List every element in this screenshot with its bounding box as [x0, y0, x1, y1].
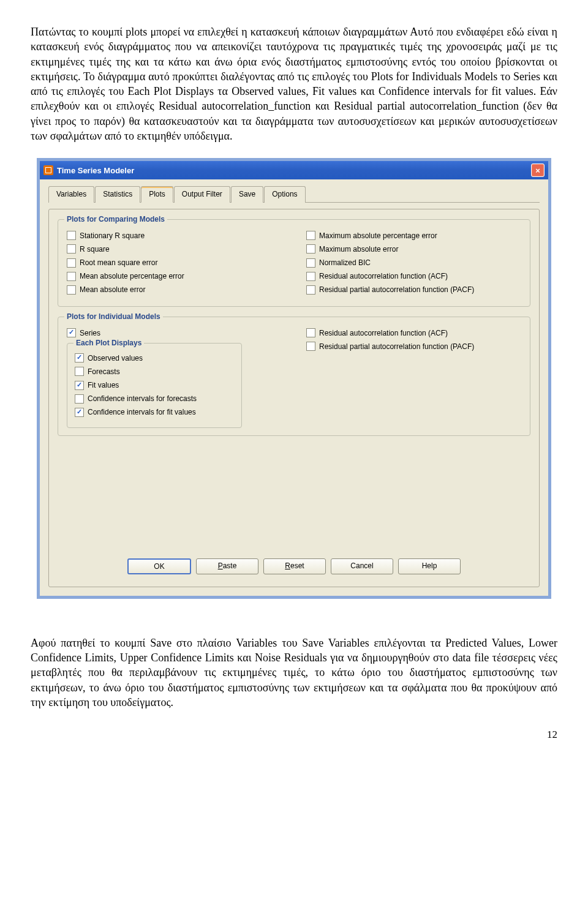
paragraph-2: Αφού πατηθεί το κουμπί Save στο πλαίσιο …: [31, 636, 557, 710]
group-individual-models: Plots for Individual Models Series Each …: [58, 317, 530, 436]
help-button[interactable]: Help: [398, 558, 461, 574]
dialog-titlebar: Time Series Modeler ×: [40, 161, 548, 179]
lbl-ind-pacf: Residual partial autocorrelation functio…: [319, 342, 474, 351]
tab-variables[interactable]: Variables: [48, 186, 94, 202]
lbl-ind-acf: Residual autocorrelation function (ACF): [319, 328, 448, 338]
page-number: 12: [31, 728, 557, 742]
chk-fit[interactable]: [75, 381, 84, 390]
ok-button[interactable]: OK: [127, 558, 191, 574]
lbl-max-ape: Maximum absolute percentage error: [319, 231, 437, 241]
chk-observed[interactable]: [75, 353, 84, 362]
lbl-nbic: Normalized BIC: [319, 258, 371, 268]
close-button[interactable]: ×: [531, 163, 545, 177]
dialog-title-icon: [43, 165, 53, 175]
lbl-series: Series: [80, 328, 100, 338]
close-icon: ×: [535, 165, 540, 176]
chk-ci-forecast[interactable]: [75, 394, 84, 404]
chk-stationary-r[interactable]: [67, 231, 76, 240]
reset-button[interactable]: Reset: [263, 558, 326, 574]
tabs-bar: Variables Statistics Plots Output Filter…: [48, 186, 540, 202]
lbl-forecasts: Forecasts: [88, 367, 120, 377]
chk-ci-fit[interactable]: [75, 408, 84, 417]
chk-mae[interactable]: [67, 285, 76, 295]
lbl-mape: Mean absolute percentage error: [80, 271, 184, 281]
lbl-cmp-acf: Residual autocorrelation function (ACF): [319, 271, 448, 281]
chk-max-ae[interactable]: [306, 244, 315, 254]
screenshot-dialog-container: Time Series Modeler × Variables Statisti…: [37, 158, 551, 598]
tab-options[interactable]: Options: [264, 186, 305, 202]
chk-max-ape[interactable]: [306, 231, 315, 240]
chk-ind-pacf[interactable]: [306, 342, 315, 351]
group-title-individual: Plots for Individual Models: [64, 312, 163, 321]
paragraph-1: Πατώντας το κουμπί plots μπορεί να επιλε…: [31, 24, 557, 143]
dialog-title: Time Series Modeler: [57, 165, 134, 176]
cancel-button[interactable]: Cancel: [331, 558, 393, 574]
subgroup-title: Each Plot Displays: [74, 338, 144, 348]
group-comparing-models: Plots for Comparing Models Stationary R …: [58, 219, 530, 307]
tab-output-filter[interactable]: Output Filter: [174, 186, 230, 202]
lbl-r-square: R square: [80, 244, 110, 254]
dialog-button-row: OK Paste Reset Cancel Help: [55, 558, 533, 578]
lbl-ci-forecast: Confidence intervals for forecasts: [88, 394, 197, 404]
chk-series[interactable]: [67, 328, 76, 337]
tab-panel-plots: Plots for Comparing Models Stationary R …: [48, 209, 540, 587]
chk-r-square[interactable]: [67, 244, 76, 254]
chk-forecasts[interactable]: [75, 367, 84, 376]
lbl-cmp-pacf: Residual partial autocorrelation functio…: [319, 285, 474, 295]
tab-statistics[interactable]: Statistics: [95, 186, 140, 202]
group-title-comparing: Plots for Comparing Models: [64, 214, 167, 224]
group-each-plot-displays: Each Plot Displays Observed values Forec…: [67, 343, 242, 428]
lbl-stationary-r: Stationary R square: [80, 231, 145, 241]
lbl-observed: Observed values: [88, 353, 143, 363]
chk-cmp-acf[interactable]: [306, 272, 315, 281]
time-series-modeler-dialog: Time Series Modeler × Variables Statisti…: [37, 158, 551, 598]
chk-ind-acf[interactable]: [306, 328, 315, 337]
lbl-rmse: Root mean square error: [80, 258, 157, 268]
lbl-mae: Mean absolute error: [80, 285, 145, 295]
lbl-fit: Fit values: [88, 380, 119, 390]
chk-nbic[interactable]: [306, 258, 315, 268]
tab-save[interactable]: Save: [231, 186, 263, 202]
tab-plots[interactable]: Plots: [141, 186, 173, 202]
paste-button[interactable]: Paste: [196, 558, 258, 574]
chk-rmse[interactable]: [67, 258, 76, 268]
chk-cmp-pacf[interactable]: [306, 285, 315, 295]
chk-mape[interactable]: [67, 272, 76, 281]
lbl-ci-fit: Confidence intervals for fit values: [88, 407, 196, 417]
lbl-max-ae: Maximum absolute error: [319, 244, 398, 254]
